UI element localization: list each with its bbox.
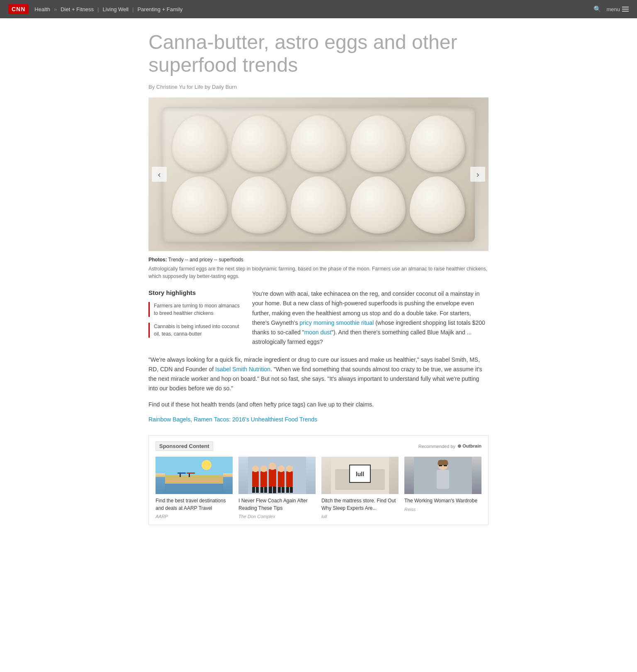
svg-rect-25	[286, 471, 293, 487]
hamburger-icon	[622, 7, 629, 12]
image-carousel: ‹ ›	[148, 97, 489, 251]
article-title: Canna-butter, astro eggs and other super…	[148, 31, 489, 76]
menu-button[interactable]: menu	[606, 6, 629, 12]
article-body-paragraph-2: "We're always looking for a quick fix, m…	[148, 355, 489, 393]
sponsored-header: Sponsored Content Recommended by ⊕ Outbr…	[156, 441, 481, 451]
egg-7	[231, 176, 287, 234]
isabel-nutrition-link[interactable]: Isabel Smith Nutrition	[215, 366, 270, 373]
egg-6	[172, 176, 227, 234]
sponsored-item-source-3: lull	[321, 514, 399, 519]
subsection-sep1: |	[97, 6, 99, 12]
sponsored-thumb-1	[156, 457, 233, 494]
svg-rect-38	[437, 470, 449, 489]
sponsored-item-title-2: I Never Flew Coach Again After Reading T…	[238, 497, 316, 512]
outbrain-logo: ⊕ Outbrain	[457, 443, 481, 449]
sponsored-section: Sponsored Content Recommended by ⊕ Outbr…	[148, 435, 489, 525]
diet-fitness-link[interactable]: Diet + Fitness	[61, 6, 94, 12]
sponsored-label: Sponsored Content	[156, 441, 213, 451]
article-first-paragraph: You're down with acai, take echinacea on…	[252, 289, 489, 347]
egg-9	[350, 176, 406, 234]
egg-carton	[162, 107, 475, 242]
svg-rect-19	[269, 487, 272, 493]
svg-rect-7	[189, 474, 190, 477]
svg-rect-23	[278, 487, 281, 493]
svg-rect-2	[165, 484, 223, 494]
carousel-prev-button[interactable]: ‹	[152, 167, 167, 182]
story-layout: Story highlights Farmers are turning to …	[148, 289, 489, 347]
svg-rect-15	[260, 487, 263, 493]
nav-right: 🔍 menu	[593, 5, 629, 13]
highlight-item-2: Cannabis is being infused into coconut o…	[148, 323, 240, 338]
sponsored-item-2[interactable]: I Never Flew Coach Again After Reading T…	[238, 457, 316, 519]
egg-2	[231, 115, 287, 173]
moon-dust-link[interactable]: moon dust	[304, 329, 331, 336]
carousel-next-button[interactable]: ›	[470, 167, 485, 182]
svg-rect-21	[278, 471, 284, 487]
recommended-by-text: Recommended by	[418, 444, 455, 449]
svg-point-22	[278, 465, 284, 472]
sponsored-item-title-1: Find the best travel destinations and de…	[156, 497, 233, 512]
health-link[interactable]: Health	[34, 6, 50, 12]
sponsored-grid: Find the best travel destinations and de…	[156, 457, 481, 519]
svg-point-18	[269, 463, 276, 470]
article-body-paragraph-3: Find out if these hot health trends (and…	[148, 400, 489, 409]
main-content: Canna-butter, astro eggs and other super…	[140, 18, 497, 533]
svg-point-10	[252, 465, 259, 472]
svg-rect-13	[260, 471, 267, 487]
sponsored-thumb-4	[404, 457, 481, 494]
sponsored-item-source-2: The Don Complex	[238, 514, 316, 519]
svg-rect-6	[180, 474, 181, 477]
nav-links: Health » Diet + Fitness | Living Well | …	[34, 6, 182, 12]
nav-bar: CNN Health » Diet + Fitness | Living Wel…	[0, 0, 637, 18]
egg-4	[350, 115, 406, 173]
egg-3	[291, 115, 346, 173]
photos-label: Photos:	[148, 257, 167, 263]
svg-text:lull: lull	[356, 471, 364, 477]
sponsored-thumb-2	[238, 457, 316, 494]
search-icon[interactable]: 🔍	[593, 5, 601, 13]
sponsored-item-source-1: AARP	[156, 514, 233, 519]
smoothie-ritual-link[interactable]: pricy morning smoothie ritual	[299, 319, 374, 326]
svg-rect-16	[264, 487, 267, 493]
svg-rect-5	[187, 472, 195, 474]
highlight-item-1: Farmers are turning to moon almanacs to …	[148, 302, 240, 317]
related-article-link[interactable]: Rainbow Bagels, Ramen Tacos: 2016's Unhe…	[148, 416, 489, 423]
cnn-logo[interactable]: CNN	[8, 4, 29, 14]
svg-rect-1	[165, 475, 223, 484]
recommended-by: Recommended by ⊕ Outbrain	[418, 443, 481, 449]
svg-point-3	[202, 460, 212, 470]
sponsored-item-1[interactable]: Find the best travel destinations and de…	[156, 457, 233, 519]
svg-rect-11	[252, 487, 255, 493]
svg-point-14	[260, 465, 267, 472]
article-byline: By Christine Yu for Life by Daily Burn	[148, 84, 489, 90]
egg-8	[291, 176, 346, 234]
sponsored-item-4[interactable]: The Working Woman's Wardrobe Reiss	[404, 457, 481, 519]
sponsored-item-source-4: Reiss	[404, 507, 481, 512]
sponsored-item-title-4: The Working Woman's Wardrobe	[404, 497, 481, 504]
svg-rect-12	[256, 487, 259, 493]
egg-1	[172, 115, 227, 173]
menu-label-text: menu	[606, 6, 620, 12]
photo-caption-label: Photos: Trendy -- and pricey -- superfoo…	[148, 257, 489, 263]
svg-rect-4	[177, 472, 186, 474]
svg-rect-20	[273, 487, 276, 493]
svg-rect-24	[282, 487, 284, 493]
story-highlights: Story highlights Farmers are turning to …	[148, 289, 240, 347]
breadcrumb-sep: »	[54, 6, 57, 12]
caption-title: Trendy -- and pricey -- superfoods	[168, 257, 243, 263]
photo-caption-desc: Astrologically farmed eggs are the next …	[148, 265, 489, 280]
svg-point-26	[286, 465, 293, 472]
svg-rect-27	[286, 487, 289, 493]
carousel-image	[148, 97, 489, 251]
sponsored-thumb-3: lull	[321, 457, 399, 494]
highlights-heading: Story highlights	[148, 289, 240, 296]
subsection-sep2: |	[132, 6, 134, 12]
parenting-link[interactable]: Parenting + Family	[137, 6, 182, 12]
svg-rect-9	[252, 471, 259, 487]
sponsored-item-3[interactable]: lull Ditch the mattress store. Find Out …	[321, 457, 399, 519]
svg-rect-17	[269, 469, 276, 487]
svg-rect-28	[290, 487, 293, 493]
egg-10	[410, 176, 465, 234]
sponsored-item-title-3: Ditch the mattress store. Find Out Why S…	[321, 497, 399, 512]
living-well-link[interactable]: Living Well	[102, 6, 129, 12]
